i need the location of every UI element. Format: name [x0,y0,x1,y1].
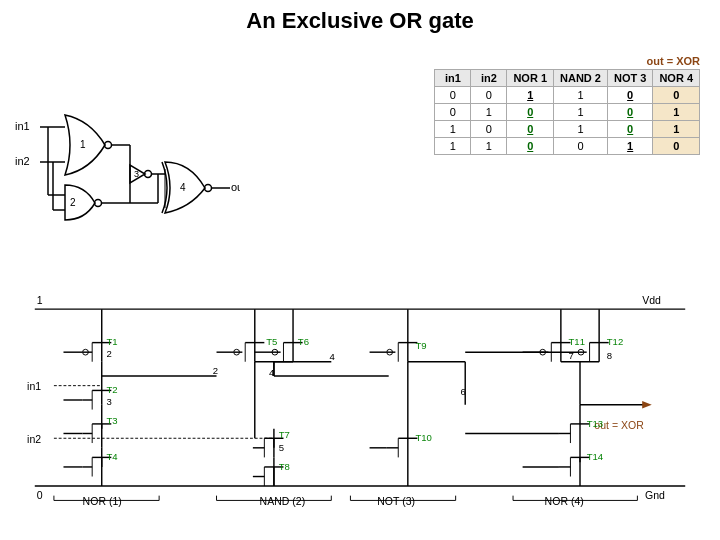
svg-text:T2: T2 [107,384,118,395]
svg-text:T10: T10 [415,432,431,443]
in1-label: in1 [15,120,30,132]
svg-text:8: 8 [607,350,612,361]
svg-text:3: 3 [134,169,139,179]
svg-text:NOR (1): NOR (1) [83,495,122,507]
svg-marker-159 [642,401,652,409]
svg-text:in1: in1 [27,380,41,392]
circuit-diagram: in1 in2 1 2 [10,55,240,235]
svg-text:T11: T11 [569,336,585,347]
col-nand2: NAND 2 [554,70,608,87]
table-row: 1 0 0 1 0 1 [435,121,700,138]
truth-table-container: out = XOR in1 in2 NOR 1 NAND 2 NOT 3 NOR… [434,55,700,155]
out-xor-label: out = XOR [647,55,700,67]
svg-text:5: 5 [279,442,284,453]
page-title: An Exclusive OR gate [0,0,720,34]
svg-text:T9: T9 [415,340,426,351]
svg-text:Gnd: Gnd [645,489,665,501]
col-nor1: NOR 1 [507,70,554,87]
table-row: 1 1 0 0 1 0 [435,138,700,155]
svg-text:4: 4 [329,351,335,362]
svg-text:T13: T13 [587,418,603,429]
col-nor4: NOR 4 [653,70,700,87]
svg-text:2: 2 [213,365,218,376]
svg-text:out: out [231,181,240,193]
table-row: 0 0 1 1 0 0 [435,87,700,104]
col-in1: in1 [435,70,471,87]
svg-text:3: 3 [107,396,112,407]
svg-text:NAND (2): NAND (2) [260,495,306,507]
svg-text:T5: T5 [266,336,277,347]
svg-text:2: 2 [107,348,112,359]
svg-text:NOR (4): NOR (4) [545,495,584,507]
svg-text:1: 1 [80,139,86,150]
svg-text:2: 2 [70,197,76,208]
transistor-diagram: Vdd Gnd 1 0 in1 in2 out = XOR NOR (1) [10,290,710,510]
svg-text:T7: T7 [279,429,290,440]
svg-text:Vdd: Vdd [642,294,661,306]
svg-text:T8: T8 [279,461,290,472]
svg-text:4: 4 [180,182,186,193]
svg-text:in2: in2 [27,433,41,445]
truth-table: in1 in2 NOR 1 NAND 2 NOT 3 NOR 4 0 0 1 1… [434,69,700,155]
svg-text:0: 0 [37,489,43,501]
svg-text:T12: T12 [607,336,623,347]
col-in2: in2 [471,70,507,87]
in2-label: in2 [15,155,30,167]
svg-text:1: 1 [37,294,43,306]
svg-text:T4: T4 [107,451,119,462]
table-row: 0 1 0 1 0 1 [435,104,700,121]
svg-text:T14: T14 [587,451,604,462]
svg-text:T1: T1 [107,336,118,347]
col-not3: NOT 3 [607,70,652,87]
svg-text:NOT (3): NOT (3) [377,495,415,507]
svg-text:T6: T6 [298,336,309,347]
svg-text:T3: T3 [107,415,118,426]
